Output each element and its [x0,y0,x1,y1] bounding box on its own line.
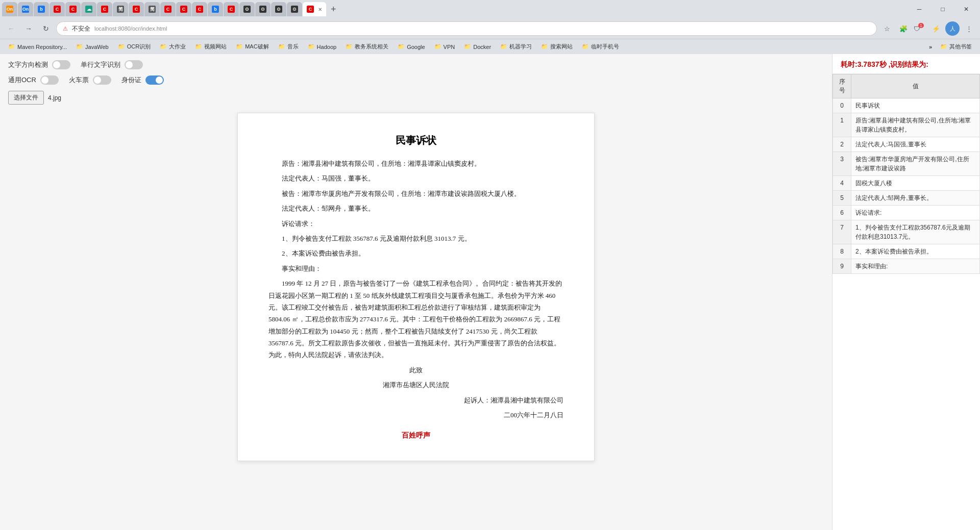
train-ticket-toggle[interactable] [93,75,111,85]
text-direction-label: 文字方向检测 [8,60,48,69]
tab-13[interactable]: C [192,2,207,16]
tab-2[interactable]: On [18,2,33,16]
tab-15[interactable]: C [224,2,239,16]
bookmark-google[interactable]: 📁 Google [394,41,429,53]
bookmark-video[interactable]: 📁 视频网站 [191,41,231,53]
tab-12-favicon: C [180,6,187,13]
bookmark-ocr[interactable]: 📁 OCR识别 [114,41,155,53]
forward-button[interactable]: → [21,21,36,36]
new-tab-button[interactable]: + [327,2,340,16]
address-input[interactable]: ⚠ 不安全 localhost:8080/ocr/index.html [56,21,877,36]
tab-github-1[interactable]: ⊙ [239,2,255,16]
watermark: 百姓呼声 [268,431,564,440]
tab-3[interactable]: b [34,2,49,16]
tab-10-favicon: 简 [149,6,156,13]
row-value-4: 固税大厦八楼 [851,176,980,191]
table-row: 3 被告:湘覃市华厦房地产开发有限公司,住所地:湘覃市建设诶路 [833,152,980,176]
bookmark-label: 其他书签 [949,43,972,51]
tab-8-favicon: 简 [117,6,124,13]
bookmark-ml[interactable]: 📁 机器学习 [496,41,536,53]
tab-7[interactable]: C [97,2,112,16]
tab-4[interactable]: C [50,2,65,16]
tab-active[interactable]: C ✕ [303,2,326,16]
row-index-4: 4 [833,176,851,191]
choose-file-button[interactable]: 选择文件 [8,91,44,105]
folder-icon: 📁 [160,43,167,50]
tab-github-3[interactable]: ⊙ [271,2,286,16]
folder-icon: 📁 [582,43,589,50]
tab-11[interactable]: C [160,2,176,16]
controls-row-1: 文字方向检测 单行文字识别 [8,60,824,69]
document-title: 民事诉状 [268,134,564,147]
table-row: 0 民事诉状 [833,98,980,113]
extension-icon[interactable]: ⚡ [929,21,943,36]
minimize-button[interactable]: ─ [908,0,931,18]
back-button[interactable]: ← [4,21,18,36]
address-bar: ← → ↻ ⚠ 不安全 localhost:8080/ocr/index.htm… [0,18,980,39]
row-value-5: 法定代表人:邹网舟,董事长。 [851,191,980,206]
row-value-2: 法定代表人:马国强,董事长 [851,137,980,152]
profile-button[interactable]: 人 [945,21,960,36]
bookmark-label: 搜索网站 [550,43,573,51]
tab-12[interactable]: C [176,2,191,16]
tab-github-4[interactable]: ⊙ [287,2,302,16]
folder-icon: 📁 [278,43,285,50]
row-value-9: 事实和理由: [851,259,980,274]
bookmark-label: 大作业 [169,43,186,51]
bookmark-phone[interactable]: 📁 临时手机号 [578,41,623,53]
bookmark-maven[interactable]: 📁 Maven Repository... [4,41,71,53]
tab-8[interactable]: 简 [113,2,128,16]
tab-github-2[interactable]: ⊙ [255,2,271,16]
bookmark-edu[interactable]: 📁 教务系统相关 [341,41,393,53]
id-card-toggle[interactable] [145,75,164,85]
bookmark-vpn[interactable]: 📁 VPN [430,41,459,53]
bookmark-docker[interactable]: 📁 Docker [460,41,495,53]
bookmark-label: JavaWeb [85,44,109,50]
row-value-6: 诉讼请求: [851,206,980,220]
tab-close-icon[interactable]: ✕ [318,7,322,12]
single-line-toggle[interactable] [125,60,143,69]
doc-para-court: 湘潭市岳塘区人民法院 [268,379,564,391]
folder-icon: 📁 [308,43,315,50]
reload-button[interactable]: ↻ [39,21,53,36]
tab-11-favicon: C [164,6,172,13]
extension-shield-icon[interactable]: 🛡1 [913,21,927,36]
tab-10[interactable]: 简 [144,2,160,16]
result-table[interactable]: 序号 值 0 民事诉状 1 原告:湘覃县湘中建筑有限公司,住所地:湘覃县谭家山镇… [832,74,980,530]
bookmark-hadoop[interactable]: 📁 Hadoop [304,41,341,53]
bookmark-star-icon[interactable]: ☆ [880,21,894,36]
file-name-display: 4.jpg [48,94,61,102]
bookmarks-more-button[interactable]: » [926,43,935,51]
tab-14[interactable]: b [208,2,223,16]
result-header: 耗时:3.7837秒 ,识别结果为: [832,54,980,74]
tab-5[interactable]: C [65,2,81,16]
folder-icon: 📁 [434,43,442,50]
bookmark-search[interactable]: 📁 搜索网站 [537,41,577,53]
id-card-control: 身份证 [121,75,164,85]
general-ocr-toggle[interactable] [40,75,59,85]
close-button[interactable]: ✕ [954,0,978,18]
tab-6[interactable]: ☁ [81,2,96,16]
bookmarks-bar: 📁 Maven Repository... 📁 JavaWeb 📁 OCR识别 … [0,39,980,54]
bookmark-mac[interactable]: 📁 MAC破解 [232,41,273,53]
menu-button[interactable]: ⋮ [962,21,976,36]
row-index-6: 6 [833,206,851,220]
tab-9[interactable]: C [129,2,144,16]
tab-7-favicon: C [101,6,108,13]
text-direction-toggle[interactable] [52,60,70,69]
tab-9-favicon: C [133,6,140,13]
bookmark-others[interactable]: 📁 其他书签 [936,41,976,53]
bookmark-label: 机器学习 [509,43,532,51]
row-index-0: 0 [833,98,851,113]
bookmark-javaweb[interactable]: 📁 JavaWeb [72,41,113,53]
extension-puzzle-icon[interactable]: 🧩 [896,21,911,36]
address-actions: ☆ 🧩 🛡1 ⚡ 人 ⋮ [880,21,976,36]
active-favicon: C [307,6,314,13]
folder-icon: 📁 [398,43,405,50]
tab-1[interactable]: On [2,2,17,16]
controls-row-2: 通用OCR 火车票 身份证 [8,75,824,85]
restore-button[interactable]: □ [931,0,954,18]
github-favicon-3: ⊙ [275,6,282,13]
bookmark-music[interactable]: 📁 音乐 [274,41,303,53]
bookmark-homework[interactable]: 📁 大作业 [156,41,190,53]
